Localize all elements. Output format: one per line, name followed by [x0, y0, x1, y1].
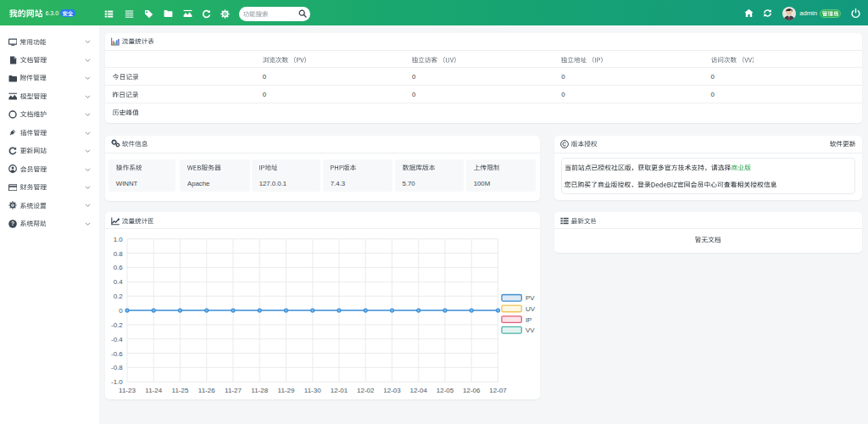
svg-text:11-26: 11-26 [198, 386, 215, 393]
svg-text:?: ? [11, 220, 14, 226]
svg-text:-0.6: -0.6 [111, 349, 123, 357]
svg-text:IP: IP [526, 315, 532, 323]
svg-text:12-02: 12-02 [357, 386, 375, 393]
svg-text:-1.0: -1.0 [111, 378, 123, 386]
svg-text:0: 0 [119, 307, 123, 315]
svg-text:0.6: 0.6 [114, 264, 124, 271]
svg-text:11-24: 11-24 [145, 386, 162, 393]
svg-text:1.0: 1.0 [114, 235, 124, 243]
svg-text:12-03: 12-03 [383, 386, 401, 393]
svg-text:-0.4: -0.4 [111, 335, 123, 343]
svg-text:12-06: 12-06 [463, 386, 481, 393]
svg-text:0.2: 0.2 [114, 293, 124, 300]
svg-text:0.4: 0.4 [114, 278, 124, 286]
svg-text:12-07: 12-07 [489, 386, 507, 393]
svg-text:12-04: 12-04 [410, 386, 428, 393]
svg-text:11-27: 11-27 [225, 386, 242, 393]
svg-text:12-05: 12-05 [437, 386, 454, 393]
svg-text:-0.2: -0.2 [111, 321, 123, 328]
svg-text:11-28: 11-28 [251, 386, 268, 393]
svg-text:11-30: 11-30 [304, 386, 321, 393]
svg-text:0.8: 0.8 [114, 249, 124, 257]
svg-text:-0.8: -0.8 [111, 364, 123, 371]
svg-text:UV: UV [526, 305, 536, 313]
svg-text:VV: VV [526, 326, 535, 334]
svg-text:11-23: 11-23 [119, 386, 136, 393]
svg-text:PV: PV [526, 294, 535, 302]
svg-text:11-25: 11-25 [172, 386, 189, 393]
svg-text:11-29: 11-29 [278, 386, 295, 393]
svg-text:12-01: 12-01 [331, 386, 348, 393]
